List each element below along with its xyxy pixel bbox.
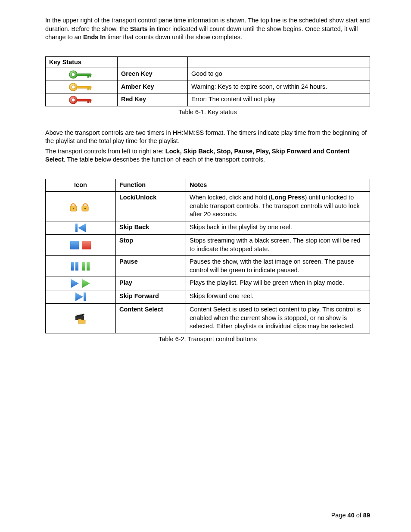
- svg-rect-13: [87, 101, 89, 103]
- red-key-icon: [46, 93, 118, 106]
- table-row: Green Key Good to go: [46, 68, 370, 81]
- amber-key-icon: [46, 81, 118, 93]
- col-icon: Icon: [46, 179, 116, 192]
- function-name: Skip Back: [116, 221, 186, 235]
- svg-rect-19: [75, 224, 78, 232]
- content-select-icon: [46, 304, 116, 333]
- transport-text: The transport controls from left to righ…: [45, 148, 165, 155]
- page-footer: Page 40 of 89: [331, 511, 370, 520]
- table-row: Stop Stops streaming with a black screen…: [46, 235, 370, 256]
- svg-point-1: [72, 72, 75, 76]
- table-row: Amber Key Warning: Keys to expire soon, …: [46, 81, 370, 93]
- function-name: Content Select: [116, 304, 186, 333]
- table-row: Lock/Unlock When locked, click and hold …: [46, 192, 370, 221]
- function-notes: Plays the playlist. Play will be green w…: [186, 277, 370, 290]
- svg-rect-29: [78, 314, 80, 315]
- function-name: Play: [116, 277, 186, 290]
- svg-point-16: [73, 208, 75, 209]
- key-desc: Warning: Keys to expire soon, or within …: [188, 81, 370, 93]
- empty-cell: [118, 56, 188, 68]
- svg-point-18: [84, 208, 86, 209]
- transport-controls-table: Icon Function Notes Lock/Unlock When loc…: [45, 179, 370, 333]
- green-key-icon: [46, 68, 118, 81]
- function-notes: Stops streaming with a black screen. The…: [186, 235, 370, 256]
- svg-rect-22: [71, 262, 74, 271]
- svg-rect-2: [77, 74, 91, 76]
- table-row: Skip Forward Skips forward one reel.: [46, 290, 370, 304]
- function-name: Pause: [116, 256, 186, 277]
- key-desc: Good to go: [188, 68, 370, 81]
- key-status-header: Key Status: [46, 56, 118, 68]
- pause-icon: [46, 256, 116, 277]
- key-name: Green Key: [118, 68, 188, 81]
- notes-text: When locked, click and hold (: [190, 194, 271, 201]
- table-row: Play Plays the playlist. Play will be gr…: [46, 277, 370, 290]
- footer-page-current: 40: [348, 512, 355, 519]
- timers-paragraph: Above the transport controls are two tim…: [45, 129, 370, 146]
- table-row: Pause Pauses the show, with the last ima…: [46, 256, 370, 277]
- svg-rect-20: [70, 241, 79, 249]
- col-notes: Notes: [186, 179, 370, 192]
- skip-back-icon: [46, 221, 116, 235]
- skip-forward-icon: [46, 290, 116, 304]
- svg-point-6: [72, 85, 75, 89]
- footer-page-total: 89: [363, 512, 370, 519]
- svg-rect-25: [87, 262, 90, 271]
- key-name: Amber Key: [118, 81, 188, 93]
- function-notes: Skips forward one reel.: [186, 290, 370, 304]
- function-notes: When locked, click and hold (Long Press)…: [186, 192, 370, 221]
- footer-text: of: [355, 512, 363, 519]
- function-notes: Content Select is used to select content…: [186, 304, 370, 333]
- svg-rect-4: [90, 75, 91, 77]
- intro-text: timer that counts down until the show co…: [106, 34, 242, 40]
- svg-point-11: [72, 98, 75, 101]
- function-name: Lock/Unlock: [116, 192, 186, 221]
- lock-unlock-icon: [46, 192, 116, 221]
- intro-starts-in: Starts in: [130, 25, 155, 32]
- svg-rect-9: [90, 88, 91, 90]
- intro-paragraph: In the upper right of the transport cont…: [45, 16, 370, 42]
- table2-caption: Table 6-2. Transport control buttons: [45, 335, 370, 344]
- table-header-row: Key Status: [46, 56, 370, 68]
- function-notes: Skips back in the playlist by one reel.: [186, 221, 370, 235]
- svg-rect-28: [76, 314, 78, 315]
- svg-rect-12: [77, 99, 91, 101]
- svg-rect-23: [75, 262, 78, 271]
- footer-text: Page: [331, 512, 348, 519]
- function-name: Skip Forward: [116, 290, 186, 304]
- col-function: Function: [116, 179, 186, 192]
- function-notes: Pauses the show, with the last image on …: [186, 256, 370, 277]
- transport-list-paragraph: The transport controls from left to righ…: [45, 147, 370, 164]
- table-row: Content Select Content Select is used to…: [46, 304, 370, 333]
- svg-rect-3: [87, 75, 89, 78]
- stop-icon: [46, 235, 116, 256]
- key-status-table: Key Status Green Key Good to go: [45, 56, 370, 106]
- table1-caption: Table 6-1. Key status: [45, 108, 370, 117]
- intro-ends-in: Ends In: [83, 34, 106, 40]
- svg-rect-8: [87, 88, 89, 90]
- svg-rect-26: [84, 292, 86, 301]
- svg-rect-14: [90, 101, 91, 103]
- empty-cell: [188, 56, 370, 68]
- play-icon: [46, 277, 116, 290]
- table-header-row: Icon Function Notes: [46, 179, 370, 192]
- table-row: Skip Back Skips back in the playlist by …: [46, 221, 370, 235]
- table-row: Red Key Error: The content will not play: [46, 93, 370, 106]
- key-desc: Error: The content will not play: [188, 93, 370, 106]
- svg-rect-24: [82, 262, 85, 271]
- svg-rect-21: [82, 241, 91, 249]
- key-name: Red Key: [118, 93, 188, 106]
- transport-text: . The table below describes the function…: [64, 156, 265, 163]
- svg-rect-7: [77, 86, 91, 88]
- long-press-bold: Long Press: [271, 194, 305, 201]
- function-name: Stop: [116, 235, 186, 256]
